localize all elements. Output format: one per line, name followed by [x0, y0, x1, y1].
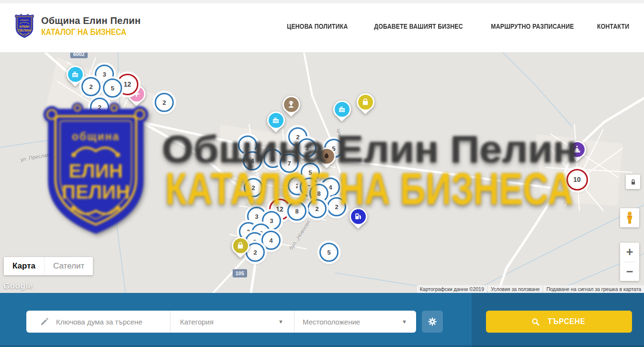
- cluster-count: 3: [255, 213, 258, 220]
- bag-map-pin[interactable]: [232, 237, 249, 255]
- cluster-count: 5: [327, 249, 330, 256]
- search-panel: Категория ▼ Местоположение ▼: [26, 311, 416, 333]
- site-logo[interactable]: община ЕЛИН ПЕЛИН Община Елин Пелин КАТА…: [14, 11, 141, 41]
- map-type-satellite-button[interactable]: Сателит: [44, 257, 93, 275]
- cluster-count: 2: [162, 99, 166, 106]
- svg-text:ПЕЛИН: ПЕЛИН: [18, 28, 31, 33]
- pin-disc: [232, 237, 249, 255]
- pencil-icon: [40, 317, 49, 326]
- chevron-down-icon: ▼: [278, 319, 283, 325]
- attribution-copyright: Картографски данни ©2019: [417, 285, 487, 293]
- street-label: бул. „Новосел: [288, 219, 311, 251]
- search-submit-button[interactable]: ТЪРСЕНЕ: [486, 311, 632, 333]
- cluster-marker[interactable]: 4: [261, 231, 281, 250]
- zoom-control: + −: [620, 243, 639, 281]
- page: община ЕЛИН ПЕЛИН Община Елин Пелин КАТА…: [0, 0, 644, 347]
- nav-route-schedule[interactable]: МАРШРУТНО РАЗПИСАНИЕ: [491, 22, 574, 30]
- nav-pricing-policy[interactable]: ЦЕНОВА ПОЛИТИКА: [287, 22, 348, 30]
- cluster-marker[interactable]: 2: [155, 93, 174, 112]
- lock-icon: [629, 178, 637, 186]
- google-logo[interactable]: Google: [3, 281, 33, 291]
- map-canvas[interactable]: 31225222335647527428221283338342510 6002…: [0, 53, 644, 293]
- attribution-report-error-link[interactable]: Подаване на сигнал за грешка в картата: [543, 285, 644, 293]
- attribution-terms-link[interactable]: Условия за ползване: [488, 285, 542, 293]
- watermark-emblem: община ЕЛИН ПЕЛИН: [41, 101, 151, 239]
- cluster-count: 4: [269, 237, 272, 244]
- worker-map-pin[interactable]: [282, 96, 300, 113]
- cluster-marker[interactable]: 2: [81, 77, 101, 96]
- cluster-count: 2: [253, 249, 257, 256]
- cluster-marker[interactable]: 5: [319, 243, 339, 262]
- map-attribution: Картографски данни ©2019 Условия за полз…: [417, 285, 644, 293]
- cluster-marker[interactable]: 5: [103, 78, 122, 98]
- advanced-settings-button[interactable]: [422, 311, 443, 333]
- keyword-section: [26, 311, 170, 333]
- factory-map-pin[interactable]: [333, 101, 351, 118]
- header: община ЕЛИН ПЕЛИН Община Елин Пелин КАТА…: [0, 0, 644, 53]
- search-bar: Категория ▼ Местоположение ▼: [0, 293, 644, 347]
- svg-text:община: община: [20, 19, 29, 21]
- zoom-out-button[interactable]: −: [620, 262, 639, 281]
- cluster-count: 12: [124, 80, 131, 88]
- site-title: Община Елин Пелин: [41, 15, 141, 26]
- category-dropdown-value: Категория: [180, 318, 214, 326]
- svg-text:община: община: [72, 130, 120, 143]
- lock-button[interactable]: [626, 175, 640, 189]
- pegman-button[interactable]: [620, 208, 639, 227]
- pin-disc: [333, 101, 351, 118]
- nav-contacts[interactable]: КОНТАКТИ: [597, 22, 629, 30]
- cluster-count: 3: [270, 217, 273, 224]
- road-badge: 6002: [70, 53, 88, 58]
- main-nav: ЦЕНОВА ПОЛИТИКА ДОБАВЕТЕ ВАШИЯТ БИЗНЕС М…: [282, 0, 632, 53]
- svg-text:КАТАЛОГ НА БИЗНЕСА: КАТАЛОГ НА БИЗНЕСА: [165, 164, 573, 213]
- bag-map-pin[interactable]: [357, 93, 374, 111]
- chevron-down-icon: ▼: [402, 319, 407, 325]
- site-subtitle: КАТАЛОГ НА БИЗНЕСА: [41, 27, 127, 37]
- svg-text:ПЕЛИН: ПЕЛИН: [62, 181, 130, 203]
- pin-disc: [67, 66, 84, 83]
- cluster-count: 5: [111, 85, 114, 92]
- map-type-map-button[interactable]: Карта: [4, 257, 44, 275]
- watermark-title: Община Елин Пелин КАТАЛОГ НА БИЗНЕСА: [158, 122, 584, 213]
- zoom-in-button[interactable]: +: [620, 243, 639, 262]
- gear-icon: [427, 316, 438, 327]
- cluster-count: 2: [89, 83, 92, 90]
- svg-text:ЕЛИН: ЕЛИН: [68, 160, 123, 182]
- pin-disc: [357, 93, 374, 111]
- keyword-search-input[interactable]: [56, 318, 161, 326]
- pegman-icon: [624, 211, 635, 224]
- search-bar-bottom-shade: [0, 345, 644, 347]
- road-badge: 105: [233, 269, 247, 278]
- search-icon: [531, 317, 540, 326]
- nav-add-your-business[interactable]: ДОБАВЕТЕ ВАШИЯТ БИЗНЕС: [374, 22, 463, 30]
- municipality-emblem-icon: община ЕЛИН ПЕЛИН: [14, 11, 34, 41]
- map-type-control: Карта Сателит: [4, 257, 93, 275]
- location-dropdown-value: Местоположение: [303, 318, 360, 326]
- cluster-count: 3: [102, 71, 106, 78]
- search-submit-label: ТЪРСЕНЕ: [547, 317, 585, 326]
- factory-map-pin[interactable]: [67, 66, 84, 83]
- category-dropdown[interactable]: Категория ▼: [170, 311, 294, 333]
- pin-disc: [282, 96, 300, 113]
- svg-text:ЕЛИН: ЕЛИН: [20, 24, 30, 29]
- location-dropdown[interactable]: Местоположение ▼: [294, 311, 416, 333]
